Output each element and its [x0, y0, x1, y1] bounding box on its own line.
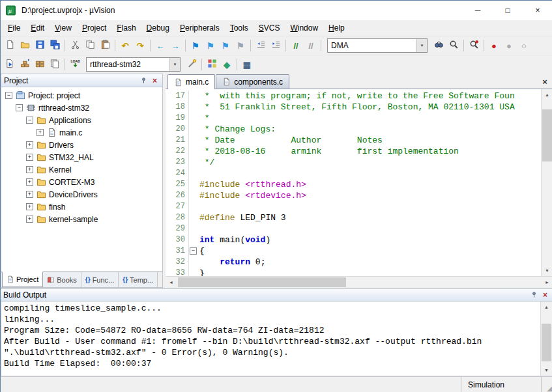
editor-hscroll-track[interactable]: [177, 277, 542, 288]
pin-icon[interactable]: [139, 76, 149, 85]
editor-vscroll-thumb[interactable]: [542, 109, 552, 161]
menu-debug[interactable]: Debug: [141, 21, 175, 35]
pack-installer-button[interactable]: ▦: [240, 57, 254, 72]
tree-item-main-c[interactable]: +main.c: [1, 126, 162, 139]
build-output-scrollbar[interactable]: ▲ ▼: [540, 301, 552, 376]
manage-project-items-button[interactable]: [205, 57, 219, 72]
menu-project[interactable]: Project: [77, 21, 111, 35]
unindent-button[interactable]: [254, 38, 268, 53]
build-vscroll-thumb[interactable]: [542, 324, 551, 361]
scroll-up-icon[interactable]: ▲: [541, 301, 552, 313]
expand-plus-icon[interactable]: +: [26, 166, 33, 173]
debug-session-button[interactable]: [467, 38, 481, 53]
batch-build-button[interactable]: [48, 57, 62, 72]
menu-view[interactable]: View: [50, 21, 77, 35]
cut-button[interactable]: [68, 38, 82, 53]
comment-selection-button[interactable]: //: [289, 38, 303, 53]
save-all-button[interactable]: [48, 38, 62, 53]
tree-item-project-project[interactable]: −Project: project: [1, 89, 162, 102]
indent-button[interactable]: [269, 38, 283, 53]
editor-vertical-scrollbar[interactable]: ▲ ▼: [541, 89, 552, 276]
find-button[interactable]: [446, 38, 461, 53]
menu-tools[interactable]: Tools: [225, 21, 254, 35]
menu-flash[interactable]: Flash: [111, 21, 141, 35]
target-dropdown-icon[interactable]: ▼: [169, 58, 180, 71]
editor-hscroll-thumb[interactable]: [178, 277, 346, 287]
search-combobox[interactable]: DMA ▼: [327, 38, 428, 53]
translate-button[interactable]: [3, 57, 17, 72]
build-output-text[interactable]: compiling timeslice_sample.c...linking..…: [1, 301, 540, 376]
tree-item-stm32-hal[interactable]: +STM32_HAL: [1, 151, 162, 163]
expand-plus-icon[interactable]: +: [26, 141, 33, 148]
code-area[interactable]: 17 * with this program; if not, write to…: [166, 89, 541, 276]
scroll-right-icon[interactable]: ►: [542, 277, 552, 288]
resize-grip[interactable]: ◢: [541, 377, 552, 392]
editor-vscroll-track[interactable]: [542, 100, 552, 265]
open-button[interactable]: [18, 38, 32, 53]
build-vscroll-track[interactable]: [541, 313, 552, 365]
bookmark-next-button[interactable]: ⚑: [218, 38, 233, 53]
tree-item-kernel-sample[interactable]: +kernel-sample: [1, 213, 162, 225]
panel-tab-func[interactable]: {}Func...: [81, 272, 119, 287]
scroll-down-icon[interactable]: ▼: [542, 265, 552, 276]
nav-back-button[interactable]: ←: [153, 38, 167, 53]
panel-tab-books[interactable]: Books: [43, 272, 81, 287]
menu-file[interactable]: File: [3, 21, 25, 35]
disable-breakpoint-button[interactable]: ●: [502, 38, 516, 53]
collapse-minus-icon[interactable]: −: [5, 92, 12, 99]
nav-forward-button[interactable]: →: [168, 38, 182, 53]
tree-item-cortex-m3[interactable]: +CORTEX-M3: [1, 176, 162, 188]
expand-plus-icon[interactable]: +: [26, 178, 33, 186]
search-dropdown-icon[interactable]: ▼: [416, 39, 427, 52]
collapse-minus-icon[interactable]: −: [16, 104, 23, 111]
target-combobox[interactable]: rtthread-stm32 ▼: [86, 57, 181, 72]
tree-item-devicedrivers[interactable]: +DeviceDrivers: [1, 188, 162, 201]
expand-plus-icon[interactable]: +: [26, 154, 33, 161]
close-button[interactable]: ×: [523, 1, 552, 20]
menu-help[interactable]: Help: [323, 21, 350, 35]
scroll-left-icon[interactable]: ◄: [166, 277, 177, 288]
editor-tab-components-c[interactable]: components.c: [216, 74, 289, 89]
collapse-minus-icon[interactable]: −: [26, 117, 33, 124]
expand-plus-icon[interactable]: +: [36, 129, 44, 136]
manage-run-time-environment-button[interactable]: ◆: [220, 57, 234, 72]
find-in-files-button[interactable]: [431, 38, 446, 53]
editor-tab-main-c[interactable]: main.c: [167, 74, 215, 89]
copy-button[interactable]: [83, 38, 97, 53]
tree-item-rtthread-stm32[interactable]: −rtthread-stm32: [1, 102, 162, 114]
undo-button[interactable]: ↶: [118, 38, 132, 53]
menu-edit[interactable]: Edit: [25, 21, 50, 35]
menu-window[interactable]: Window: [285, 21, 323, 35]
bookmark-prev-button[interactable]: ⚑: [203, 38, 218, 53]
expand-plus-icon[interactable]: +: [26, 203, 33, 210]
kill-all-breakpoints-button[interactable]: ○: [517, 38, 531, 53]
tree-item-kernel[interactable]: +Kernel: [1, 163, 162, 176]
panel-tab-project[interactable]: Project: [2, 272, 43, 287]
minimize-button[interactable]: ─: [463, 1, 493, 20]
options-for-target-button[interactable]: [184, 57, 199, 72]
pin-icon[interactable]: [529, 290, 539, 300]
paste-button[interactable]: [98, 38, 112, 53]
uncomment-selection-button[interactable]: //: [304, 38, 318, 53]
bookmark-clear-all-button[interactable]: ⚑: [233, 38, 248, 53]
tree-item-drivers[interactable]: +Drivers: [1, 139, 162, 151]
menu-svcs[interactable]: SVCS: [254, 21, 285, 35]
tree-item-applications[interactable]: −Applications: [1, 114, 162, 126]
save-button[interactable]: [33, 38, 47, 53]
insert-breakpoint-button[interactable]: ●: [487, 38, 501, 53]
tree-item-finsh[interactable]: +finsh: [1, 201, 162, 213]
redo-button[interactable]: ↷: [133, 38, 147, 53]
bookmark-toggle-button[interactable]: ⚑: [188, 38, 203, 53]
close-build-output-icon[interactable]: ×: [540, 290, 550, 300]
new-file-button[interactable]: [3, 38, 17, 53]
maximize-button[interactable]: □: [493, 1, 523, 20]
scroll-down-icon[interactable]: ▼: [541, 365, 552, 376]
build-button[interactable]: [18, 57, 32, 72]
download-code-button[interactable]: LOAD: [68, 57, 82, 72]
scroll-up-icon[interactable]: ▲: [542, 89, 552, 100]
editor-close-icon[interactable]: ×: [540, 76, 550, 87]
rebuild-button[interactable]: [33, 57, 47, 72]
close-project-panel-icon[interactable]: ×: [150, 76, 160, 85]
editor-horizontal-scrollbar[interactable]: ◄ ►: [166, 276, 552, 288]
expand-plus-icon[interactable]: +: [26, 216, 33, 223]
